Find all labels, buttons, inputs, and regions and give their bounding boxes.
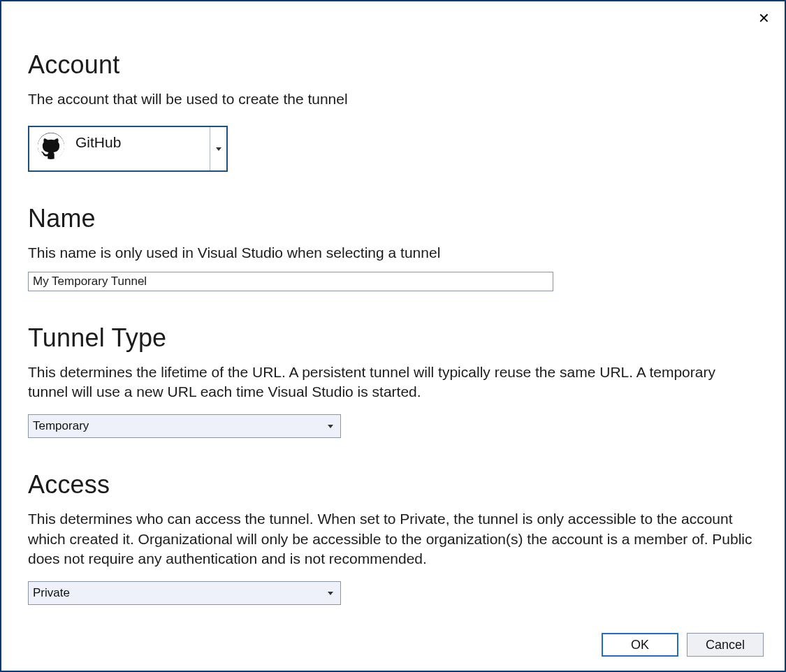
ok-button[interactable]: OK bbox=[602, 633, 678, 657]
name-heading: Name bbox=[28, 204, 758, 233]
close-button[interactable]: ✕ bbox=[755, 11, 772, 28]
access-heading: Access bbox=[28, 470, 758, 499]
ok-button-label: OK bbox=[631, 638, 649, 652]
account-selector[interactable]: GitHub bbox=[28, 126, 228, 172]
access-select[interactable]: Private bbox=[28, 581, 341, 605]
tunnel-name-input[interactable] bbox=[28, 272, 553, 291]
cancel-button[interactable]: Cancel bbox=[687, 633, 764, 657]
close-icon: ✕ bbox=[758, 10, 770, 26]
chevron-down-icon bbox=[328, 592, 333, 595]
name-description: This name is only used in Visual Studio … bbox=[28, 243, 758, 263]
cancel-button-label: Cancel bbox=[706, 638, 745, 652]
tunnel-type-description: This determines the lifetime of the URL.… bbox=[28, 363, 758, 402]
access-description: This determines who can access the tunne… bbox=[28, 509, 758, 569]
chevron-down-icon bbox=[328, 425, 333, 428]
github-icon bbox=[38, 133, 64, 159]
create-tunnel-dialog: ✕ Account The account that will be used … bbox=[0, 0, 786, 672]
chevron-down-icon bbox=[216, 147, 221, 151]
account-heading: Account bbox=[28, 50, 758, 80]
access-selected-label: Private bbox=[33, 586, 328, 600]
dialog-footer: OK Cancel bbox=[602, 633, 764, 657]
dialog-content: Account The account that will be used to… bbox=[1, 1, 785, 605]
tunnel-type-heading: Tunnel Type bbox=[28, 323, 758, 353]
account-dropdown-button[interactable] bbox=[210, 127, 226, 170]
tunnel-type-select[interactable]: Temporary bbox=[28, 414, 341, 438]
account-selected-label: GitHub bbox=[75, 134, 121, 151]
account-selector-main[interactable]: GitHub bbox=[29, 127, 210, 170]
tunnel-type-selected-label: Temporary bbox=[33, 419, 328, 433]
account-description: The account that will be used to create … bbox=[28, 89, 758, 109]
